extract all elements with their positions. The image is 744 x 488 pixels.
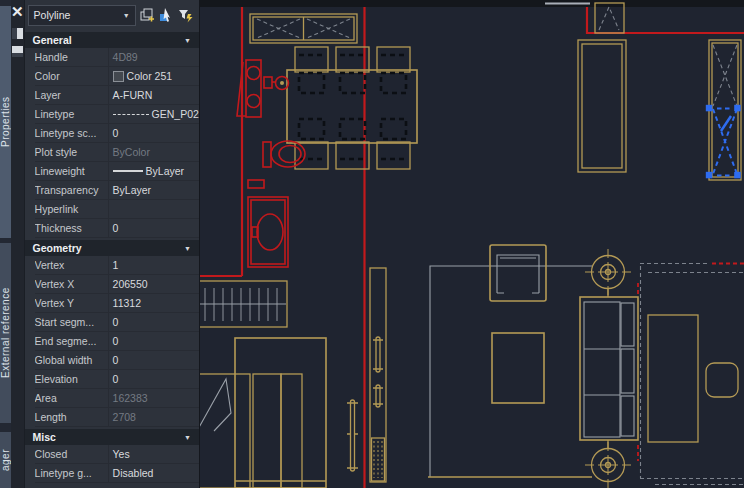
property-row[interactable]: Handle 4D89 xyxy=(35,48,199,67)
property-value-field[interactable]: 0 xyxy=(108,313,199,331)
property-value-field[interactable]: 0 xyxy=(108,370,199,388)
close-icon[interactable]: ✕ xyxy=(11,3,24,21)
palette-menu-icon[interactable] xyxy=(12,46,23,57)
property-row[interactable]: Vertex X 206550 xyxy=(35,275,199,294)
property-row[interactable]: Layer A-FURN xyxy=(35,86,199,105)
select-objects-button[interactable] xyxy=(158,7,174,23)
property-row[interactable]: Global width 0 xyxy=(35,351,199,370)
property-value-field[interactable]: 206550 xyxy=(108,275,199,293)
property-label: Closed xyxy=(35,448,108,460)
section-rows: Closed Yes Linetype g... Disabled xyxy=(25,445,199,483)
palette-sections: General ▼ Handle 4D89 Color Color 251 La… xyxy=(25,30,199,483)
auto-hide-icon[interactable] xyxy=(12,28,23,39)
property-value-field[interactable]: 162383 xyxy=(108,389,199,407)
property-label: Layer xyxy=(35,89,108,101)
floor-plan-svg[interactable] xyxy=(185,0,744,488)
property-value-field[interactable]: 0 xyxy=(108,332,199,350)
property-value: 206550 xyxy=(113,278,148,290)
property-label: Area xyxy=(35,392,108,404)
section-title: General xyxy=(33,34,72,46)
property-value-field[interactable]: 11312 xyxy=(108,294,199,312)
property-value-field[interactable]: ByLayer xyxy=(108,181,199,199)
section-rows: Handle 4D89 Color Color 251 Layer A-FURN… xyxy=(25,48,199,238)
property-label: Linetype g... xyxy=(35,467,108,479)
canvas-top-strip xyxy=(185,0,744,7)
tab-manager-partial[interactable]: ager xyxy=(0,432,11,488)
property-value-field[interactable]: 2708 xyxy=(108,408,199,426)
property-label: End segme... xyxy=(35,335,108,347)
property-value-field[interactable]: ByColor xyxy=(108,143,199,161)
palette-main: Polyline ▼ xyxy=(25,0,200,488)
palette-title-column: ✕ xyxy=(11,0,25,488)
property-row[interactable]: Linetype g... Disabled xyxy=(35,464,199,483)
property-value: Disabled xyxy=(113,467,154,479)
property-value-field[interactable]: A-FURN xyxy=(108,86,199,104)
property-row[interactable]: Area 162383 xyxy=(35,389,199,408)
pickadd-icon xyxy=(139,7,155,23)
property-value-field[interactable]: 0 xyxy=(108,351,199,369)
tab-properties[interactable]: Properties xyxy=(0,6,11,238)
property-row[interactable]: Color Color 251 xyxy=(35,67,199,86)
property-value-field[interactable]: Yes xyxy=(108,445,199,463)
section-title: Geometry xyxy=(33,242,82,254)
property-value-field[interactable]: Disabled xyxy=(108,464,199,482)
property-value-field[interactable]: 4D89 xyxy=(108,48,199,66)
property-row[interactable]: Elevation 0 xyxy=(35,370,199,389)
drawing-canvas[interactable] xyxy=(185,0,744,488)
property-label: Linetype sc... xyxy=(35,127,108,139)
property-row[interactable]: Lineweight ByLayer xyxy=(35,162,199,181)
section-header[interactable]: Geometry ▼ xyxy=(25,240,199,256)
property-row[interactable]: Start segm... 0 xyxy=(35,313,199,332)
linetype-dash-preview xyxy=(113,114,149,115)
property-row[interactable]: Vertex 1 xyxy=(35,256,199,275)
section-title: Misc xyxy=(33,431,56,443)
section-header[interactable]: General ▼ xyxy=(25,32,199,48)
property-value: GEN_P02 xyxy=(152,108,199,120)
property-row[interactable]: End segme... 0 xyxy=(35,332,199,351)
property-row[interactable]: Linetype sc... 0 xyxy=(35,124,199,143)
property-value: 162383 xyxy=(113,392,148,404)
property-value-field[interactable]: ByLayer xyxy=(108,162,199,180)
property-row[interactable]: Hyperlink xyxy=(35,200,199,219)
property-value: 1 xyxy=(113,259,119,271)
property-value: 0 xyxy=(113,354,119,366)
property-label: Thickness xyxy=(35,222,108,234)
toggle-pickadd-button[interactable] xyxy=(139,7,155,23)
property-label: Vertex xyxy=(35,259,108,271)
property-value-field[interactable]: 1 xyxy=(108,256,199,274)
property-value: ByLayer xyxy=(113,184,152,196)
property-value-field[interactable]: 0 xyxy=(108,219,199,237)
property-value: Color 251 xyxy=(127,70,173,82)
property-row[interactable]: Transparency ByLayer xyxy=(35,181,199,200)
property-value: 0 xyxy=(113,127,119,139)
property-row[interactable]: Linetype GEN_P02 xyxy=(35,105,199,124)
chevron-down-icon: ▼ xyxy=(184,434,191,441)
chevron-down-icon: ▼ xyxy=(123,12,130,19)
property-label: Start segm... xyxy=(35,316,108,328)
property-value: 0 xyxy=(113,335,119,347)
tab-external-reference[interactable]: External reference xyxy=(0,243,11,423)
property-value-field[interactable] xyxy=(108,200,199,218)
property-label: Hyperlink xyxy=(35,203,108,215)
property-value-field[interactable]: 0 xyxy=(108,124,199,142)
property-row[interactable]: Closed Yes xyxy=(35,445,199,464)
property-value: 2708 xyxy=(113,411,136,423)
property-row[interactable]: Vertex Y 11312 xyxy=(35,294,199,313)
property-label: Vertex X xyxy=(35,278,108,290)
property-value-field[interactable]: Color 251 xyxy=(108,67,199,85)
property-value-field[interactable]: GEN_P02 xyxy=(108,105,199,123)
property-label: Elevation xyxy=(35,373,108,385)
palette-tabstrip: Properties External reference ager xyxy=(0,0,11,488)
object-type-label: Polyline xyxy=(34,9,71,21)
select-objects-icon xyxy=(158,7,174,23)
object-type-dropdown[interactable]: Polyline ▼ xyxy=(28,5,136,26)
property-label: Color xyxy=(35,70,108,82)
quick-select-button[interactable] xyxy=(177,7,193,23)
section-header[interactable]: Misc ▼ xyxy=(25,429,199,445)
tab-gap xyxy=(0,423,11,432)
property-row[interactable]: Thickness 0 xyxy=(35,219,199,238)
quick-select-icon xyxy=(177,7,193,23)
property-label: Linetype xyxy=(35,108,108,120)
property-row[interactable]: Plot style ByColor xyxy=(35,143,199,162)
property-row[interactable]: Length 2708 xyxy=(35,408,199,427)
